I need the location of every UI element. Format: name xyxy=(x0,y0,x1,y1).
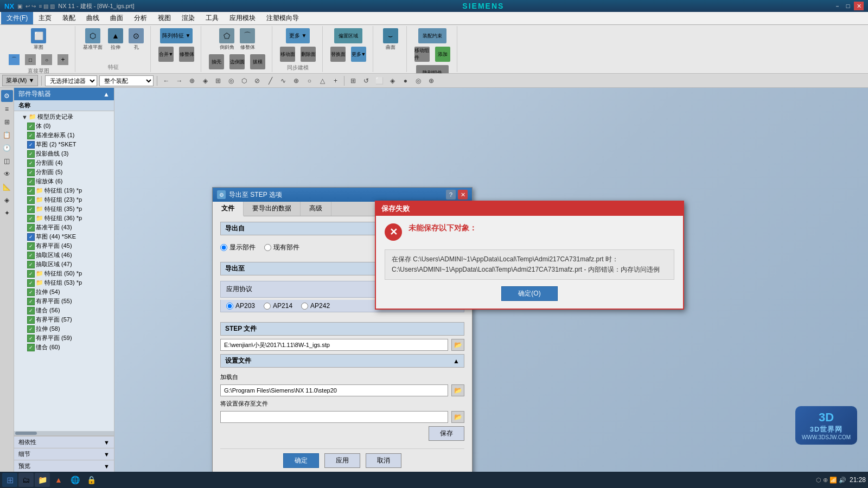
nav-sew60[interactable]: ✓ 缝合 (60) xyxy=(15,343,113,352)
nav-section-dependencies[interactable]: 相依性 ▼ xyxy=(14,436,114,448)
load-from-browse-button[interactable]: 📂 xyxy=(451,384,464,396)
sidebar-icon-extra[interactable]: ✦ xyxy=(1,207,13,219)
toolbar2-icon4[interactable]: ◈ xyxy=(200,75,210,86)
save-to-browse-button[interactable]: 📂 xyxy=(451,411,464,423)
nav-scale6[interactable]: ✓ 缩放体 (6) xyxy=(15,177,113,186)
nav-extrude54[interactable]: ✓ 拉伸 (54) xyxy=(15,287,113,297)
menu-analysis[interactable]: 分析 xyxy=(129,12,152,24)
toolbar2-icon17[interactable]: ⬜ xyxy=(374,75,385,86)
toolbar2-icon10[interactable]: ∿ xyxy=(278,75,289,86)
dialog-close-button[interactable]: ✕ xyxy=(458,190,468,200)
add-component-button[interactable]: 添加 xyxy=(433,46,452,63)
view-area[interactable]: ZC XC YC Z X Y xyxy=(114,88,868,472)
radio-display-part-input[interactable] xyxy=(220,244,227,251)
menu-mold[interactable]: 注塑模向导 xyxy=(261,12,304,24)
menu-curve[interactable]: 曲线 xyxy=(81,12,105,24)
toolbar2-icon18[interactable]: ◈ xyxy=(387,75,398,86)
toolbar2-icon3[interactable]: ⊕ xyxy=(187,75,197,86)
dialog-cancel-button[interactable]: 取消 xyxy=(366,453,401,468)
radio-ap242[interactable]: AP242 xyxy=(301,302,330,310)
menu-label[interactable]: 菜单(M) ▼ xyxy=(2,75,38,86)
radio-existing-part[interactable]: 现有部件 xyxy=(264,243,299,252)
menu-tools[interactable]: 工具 xyxy=(200,12,224,24)
sidebar-icon-nav[interactable]: ≡ xyxy=(1,103,13,115)
sidebar-icon-assembly[interactable]: ⊞ xyxy=(1,116,13,128)
move-component-button[interactable]: 移动组件 xyxy=(412,46,432,63)
nav-extract47[interactable]: ✓ 抽取区域 (47) xyxy=(15,260,113,269)
hole-button[interactable]: ⊙ 孔 xyxy=(126,27,146,52)
error-ok-button[interactable]: 确定(O) xyxy=(501,286,557,301)
dialog-tab-file[interactable]: 文件 xyxy=(213,202,244,216)
filter-select[interactable]: 无选择过滤器 xyxy=(45,75,97,86)
replace-face-button[interactable]: 替换面 xyxy=(328,46,348,63)
step-file-input[interactable] xyxy=(220,339,448,351)
nav-bound45[interactable]: ✓ 有界平面 (45) xyxy=(15,241,113,251)
array-feature-button[interactable]: 阵列特征 ▼ xyxy=(158,27,195,44)
nav-datum43[interactable]: ✓ 基准平面 (43) xyxy=(15,223,113,232)
toolbar2-icon19[interactable]: ● xyxy=(400,75,411,86)
nav-section-details[interactable]: 细节 ▼ xyxy=(14,448,114,460)
nav-feat35[interactable]: ✓ 📁 特征组 (35) *p xyxy=(15,204,113,214)
nav-body[interactable]: ✓ 体 (0) xyxy=(15,121,113,131)
dialog-tab-data[interactable]: 要导出的数据 xyxy=(244,202,301,216)
menu-view[interactable]: 视图 xyxy=(152,12,176,24)
shell-button[interactable]: 抽壳 xyxy=(207,53,226,70)
taper-button[interactable]: 拔模 xyxy=(248,53,267,70)
step-file-browse-button[interactable]: 📂 xyxy=(451,339,464,351)
sketch-plus-button[interactable]: + xyxy=(55,53,71,66)
toolbar2-icon15[interactable]: ⊞ xyxy=(348,75,359,86)
sidebar-icon-parts[interactable]: 📋 xyxy=(1,129,13,141)
nav-proj-curve[interactable]: ✓ 投影曲线 (3) xyxy=(15,149,113,158)
menu-file[interactable]: 文件(F) xyxy=(1,12,33,24)
assembly-constraint-button[interactable]: 装配约束 xyxy=(416,27,449,44)
nav-sketch2[interactable]: ✓ 草图 (2) *SKET xyxy=(15,140,113,149)
nav-feat19[interactable]: ✓ 📁 特征组 (19) *p xyxy=(15,186,113,195)
nav-extract46[interactable]: ✓ 抽取区域 (46) xyxy=(15,251,113,260)
more-button1[interactable]: 更多 ▼ xyxy=(284,27,312,44)
dialog-tab-advanced[interactable]: 高级 xyxy=(301,202,331,216)
sidebar-icon-layer[interactable]: ◫ xyxy=(1,155,13,167)
nav-feat36[interactable]: ✓ 📁 特征组 (36) *p xyxy=(15,214,113,223)
section-settings-header[interactable]: 设置文件 ▲ xyxy=(220,354,464,368)
sidebar-icon-measure[interactable]: 📐 xyxy=(1,181,13,193)
array-component-button[interactable]: 阵列组件 xyxy=(414,64,451,74)
nav-bound57[interactable]: ✓ 有界平面 (57) xyxy=(15,315,113,324)
maximize-button[interactable]: □ xyxy=(843,2,853,10)
radio-ap242-input[interactable] xyxy=(301,303,308,310)
toolbar2-icon1[interactable]: ← xyxy=(161,75,171,86)
assembly-select[interactable]: 整个装配 xyxy=(99,75,154,86)
radio-ap203-input[interactable] xyxy=(226,303,233,310)
delete-face-button[interactable]: 删除面 xyxy=(298,46,318,63)
radio-ap203[interactable]: AP203 xyxy=(226,302,255,310)
menu-home[interactable]: 主页 xyxy=(33,12,57,24)
toolbar2-icon13[interactable]: △ xyxy=(317,75,328,86)
dialog-minimize-button[interactable]: ? xyxy=(446,190,456,200)
nav-feat53[interactable]: ✓ 📁 特征组 (53) *p xyxy=(15,278,113,287)
nav-datum-csys[interactable]: ✓ 基准坐标系 (1) xyxy=(15,131,113,140)
side-fillet-button[interactable]: 边倒圆 xyxy=(227,53,247,70)
fillet-button[interactable]: 修整体 xyxy=(177,46,196,63)
toolbar2-icon9[interactable]: ╱ xyxy=(265,75,276,86)
radio-ap214-input[interactable] xyxy=(264,303,271,310)
radio-display-part[interactable]: 显示部件 xyxy=(220,243,256,252)
minimize-button[interactable]: － xyxy=(832,2,842,10)
dialog-apply-button[interactable]: 应用 xyxy=(324,453,360,468)
toolbar2-icon12[interactable]: ○ xyxy=(304,75,315,86)
load-from-input[interactable] xyxy=(220,384,448,396)
nav-bound59[interactable]: ✓ 有界平面 (59) xyxy=(15,333,113,343)
taskbar-folder-button[interactable]: 📁 xyxy=(35,473,50,487)
menu-render[interactable]: 渲染 xyxy=(176,12,200,24)
taskbar-app4-button[interactable]: 🌐 xyxy=(67,473,82,487)
nav-feat50[interactable]: ✓ 📁 特征组 (50) *p xyxy=(15,269,113,278)
settings-save-button[interactable]: 保存 xyxy=(429,426,464,441)
menu-assembly[interactable]: 装配 xyxy=(57,12,81,24)
sidebar-icon-settings[interactable]: ⚙ xyxy=(1,90,13,102)
nav-bound55[interactable]: ✓ 有界平面 (55) xyxy=(15,297,113,306)
toolbar2-icon20[interactable]: ◎ xyxy=(413,75,424,86)
fillet2-button[interactable]: ⌒ 修整体 xyxy=(238,27,257,52)
toolbar2-icon7[interactable]: ⬡ xyxy=(239,75,250,86)
nav-feat23[interactable]: ✓ 📁 特征组 (23) *p xyxy=(15,195,113,204)
dialog-ok-button[interactable]: 确定 xyxy=(283,453,319,468)
region-button[interactable]: 偏置区域 xyxy=(332,27,365,44)
nav-section-preview[interactable]: 预览 ▼ xyxy=(14,460,114,472)
